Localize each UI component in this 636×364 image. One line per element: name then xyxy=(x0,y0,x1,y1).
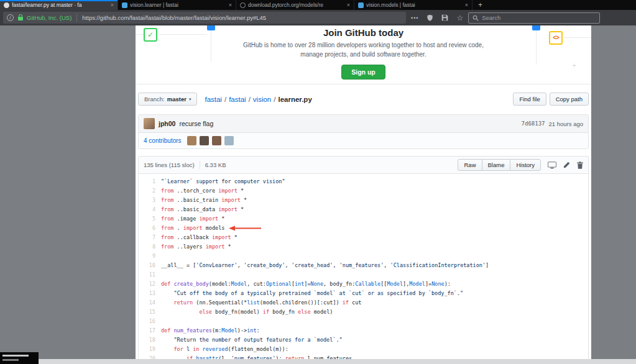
tab-close-icon[interactable]: × xyxy=(109,2,114,8)
tab-close-icon[interactable]: × xyxy=(228,2,232,8)
code-line: 18 "Return the number of output features… xyxy=(139,335,588,345)
history-button[interactable]: History xyxy=(510,159,541,171)
commit-message[interactable]: recurse flag xyxy=(179,120,213,127)
search-placeholder: Search xyxy=(482,14,500,21)
edit-pencil-icon[interactable] xyxy=(563,162,570,168)
github-page: ✓ <> + Join GitHub today GitHub is home … xyxy=(136,25,591,364)
line-number[interactable]: 1 xyxy=(139,177,161,186)
line-number[interactable]: 9 xyxy=(139,252,161,261)
breadcrumb-repo-owner[interactable]: fastai xyxy=(205,96,222,103)
hero-blue-square-icon xyxy=(532,25,540,30)
line-number[interactable]: 4 xyxy=(139,205,161,214)
breadcrumb-file-name: learner.py xyxy=(278,96,311,103)
find-file-button[interactable]: Find file xyxy=(513,93,546,106)
file-lines-info: 135 lines (115 sloc) xyxy=(144,162,195,168)
code-text: "Return the number of output features fo… xyxy=(161,335,343,345)
line-number[interactable]: 18 xyxy=(139,335,161,345)
contributors-link[interactable]: 4 contributors xyxy=(144,137,182,144)
line-number[interactable]: 14 xyxy=(139,298,161,307)
code-text: return (nn.Sequential(*list(model.childr… xyxy=(161,298,361,307)
commit-author-avatar[interactable] xyxy=(144,118,155,129)
code-line: 14 return (nn.Sequential(*list(model.chi… xyxy=(139,298,588,307)
open-in-desktop-icon[interactable] xyxy=(548,162,556,169)
contributor-avatar[interactable] xyxy=(212,136,221,145)
line-number[interactable]: 7 xyxy=(139,233,161,242)
code-line: 6from . import models xyxy=(139,224,588,233)
chevron-down-icon: ▾ xyxy=(189,97,191,102)
hero-plus-decoration: + xyxy=(573,61,576,69)
code-line: 3from ..basic_train import * xyxy=(139,196,588,205)
info-icon[interactable]: i xyxy=(7,14,14,21)
code-text: from ..callback import * xyxy=(161,233,237,242)
bookmark-star-icon[interactable]: ☆ xyxy=(456,14,463,22)
line-number[interactable]: 8 xyxy=(139,242,161,252)
line-number[interactable]: 12 xyxy=(139,280,161,289)
file-box: 135 lines (115 sloc) 6.33 KB Raw Blame H… xyxy=(138,156,589,363)
search-bar[interactable]: Search xyxy=(468,12,600,24)
tab-title: download.pytorch.org/models/re xyxy=(248,2,343,8)
code-text: from ..basic_data import * xyxy=(161,205,244,214)
commit-author[interactable]: jph00 xyxy=(159,120,175,127)
contributors-row: 4 contributors xyxy=(139,133,588,148)
url-text[interactable]: https://github.com/fastai/fastai/blob/ma… xyxy=(82,14,266,21)
line-number[interactable]: 16 xyxy=(139,317,161,326)
line-number[interactable]: 19 xyxy=(139,345,161,354)
browser-tab-vision-models[interactable]: vision.models | fastai × xyxy=(354,0,472,10)
status-popup-text xyxy=(2,359,19,361)
contributor-avatar[interactable] xyxy=(224,136,234,145)
tab-close-icon[interactable]: × xyxy=(464,2,468,8)
hero-subtitle: GitHub is home to over 28 million develo… xyxy=(236,41,491,59)
line-number[interactable]: 2 xyxy=(139,186,161,196)
breadcrumb-folder[interactable]: fastai xyxy=(229,96,246,103)
annotation-arrow-icon xyxy=(229,225,261,231)
tab-title: fastai/learner.py at master · fa xyxy=(12,2,107,8)
file-actions: Raw Blame History xyxy=(458,159,583,171)
line-number[interactable]: 11 xyxy=(139,270,161,280)
contributor-avatar[interactable] xyxy=(187,136,196,145)
site-identity-label[interactable]: GitHub, Inc. (US) xyxy=(27,14,71,21)
copy-path-button[interactable]: Copy path xyxy=(550,93,589,106)
code-text: __all__ = ['ConvLearner', 'create_body',… xyxy=(161,261,489,270)
hero-decoration-line xyxy=(211,30,211,61)
line-number[interactable]: 6 xyxy=(139,224,161,233)
sign-up-button[interactable]: Sign up xyxy=(341,65,385,80)
page-favicon-icon xyxy=(240,2,246,8)
code-text: from ..basic_train import * xyxy=(161,196,247,205)
code-line: 19 for l in reversed(flatten_model(m)): xyxy=(139,345,588,354)
line-number[interactable]: 17 xyxy=(139,326,161,335)
hero-decoration-line xyxy=(536,30,537,65)
code-line: 16 xyxy=(139,317,588,326)
save-icon[interactable] xyxy=(441,14,448,21)
line-number[interactable]: 15 xyxy=(139,307,161,317)
commit-sha[interactable]: 7d68137 xyxy=(522,121,545,127)
line-number[interactable]: 10 xyxy=(139,261,161,270)
browser-tab-pytorch-download[interactable]: download.pytorch.org/models/re × xyxy=(236,0,354,10)
line-number[interactable]: 13 xyxy=(139,289,161,298)
fastai-favicon-icon xyxy=(358,2,364,8)
tab-title: vision.learner | fastai xyxy=(130,2,225,8)
url-bar[interactable]: i GitHub, Inc. (US) https://github.com/f… xyxy=(3,12,406,24)
tab-close-icon[interactable]: × xyxy=(346,2,350,8)
code-line: 9 xyxy=(139,252,588,261)
commit-meta: 7d68137 21 hours ago xyxy=(522,121,583,127)
hero-decoration-line xyxy=(564,37,591,38)
line-number[interactable]: 3 xyxy=(139,196,161,205)
delete-trash-icon[interactable] xyxy=(577,162,583,169)
browser-tab-vision-learner[interactable]: vision.learner | fastai × xyxy=(118,0,236,10)
line-number[interactable]: 5 xyxy=(139,214,161,224)
breadcrumb-separator: / xyxy=(274,96,275,103)
shield-icon[interactable] xyxy=(426,14,433,21)
code-text: from ..torch_core import * xyxy=(161,186,244,196)
new-tab-button[interactable]: + xyxy=(472,0,488,10)
file-navigation-row: Branch: master ▾ fastai/fastai/vision/le… xyxy=(136,84,591,111)
raw-button[interactable]: Raw xyxy=(458,159,482,171)
breadcrumb-folder[interactable]: vision xyxy=(253,96,271,103)
branch-select-button[interactable]: Branch: master ▾ xyxy=(138,93,197,106)
code-text: from ..layers import * xyxy=(161,242,231,252)
file-header-divider xyxy=(200,161,200,169)
browser-tab-learner-py[interactable]: fastai/learner.py at master · fa × xyxy=(0,0,118,10)
contributor-avatar[interactable] xyxy=(200,136,209,145)
file-size: 6.33 KB xyxy=(205,162,226,168)
blame-button[interactable]: Blame xyxy=(482,159,511,171)
page-actions-icon[interactable]: ••• xyxy=(411,15,418,21)
